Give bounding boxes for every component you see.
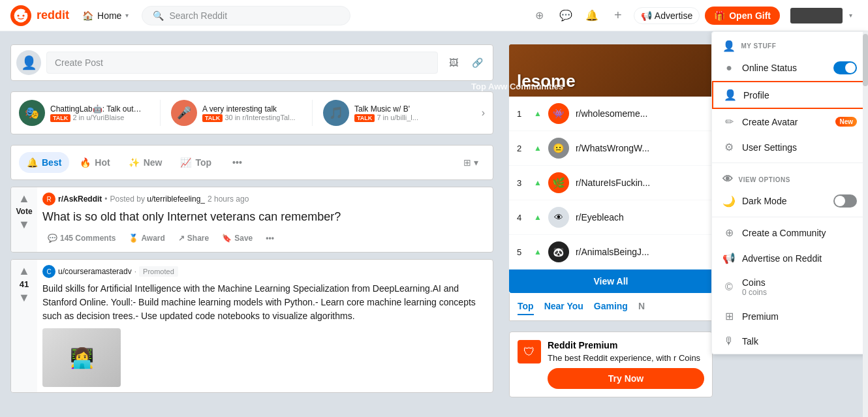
- community-tab-top[interactable]: Top: [518, 298, 534, 315]
- post-2: ▲ 41 ▼ C u/courseramasteradv · Promoted …: [10, 259, 493, 393]
- online-status-label: Online Status: [742, 63, 797, 73]
- sort-tab-best[interactable]: 🔔 Best: [19, 152, 69, 173]
- chat-icon-btn[interactable]: ⊕: [529, 5, 550, 26]
- create-post-input[interactable]: Create Post: [46, 52, 438, 74]
- downvote-button-2[interactable]: ▼: [18, 292, 30, 303]
- user-menu-button[interactable]: ▾: [785, 5, 858, 26]
- talk-avatar-1: 🎭: [19, 100, 45, 126]
- aww-rank-2: 2: [517, 144, 527, 153]
- award-icon-1: 🏅: [129, 234, 138, 243]
- vote-column-2: ▲ 41 ▼: [11, 260, 37, 392]
- aww-item-4[interactable]: 4 ▲ 👁 r/Eyebleach: [509, 200, 713, 235]
- sort-more-button[interactable]: •••: [225, 152, 250, 173]
- create-avatar-new-badge: New: [835, 117, 857, 127]
- talk-strip: 🎭 ChattingLab🤖: Talk out yo TALK 2 in u/…: [10, 91, 493, 134]
- aww-item-5[interactable]: 5 ▲ 🐼 r/AnimalsBeingJ...: [509, 235, 713, 270]
- premium-shield-icon: 🛡: [518, 340, 541, 363]
- post-user-2[interactable]: u/courseramasteradv: [58, 267, 132, 276]
- advertise-icon: 📢: [641, 10, 652, 21]
- view-all-button[interactable]: View All: [509, 270, 713, 293]
- upvote-button-2[interactable]: ▲: [18, 265, 30, 277]
- talk-badge-1: TALK: [50, 114, 70, 122]
- view-toggle-button[interactable]: ⊞ ▾: [457, 153, 485, 172]
- message-icon-btn[interactable]: 💬: [555, 5, 576, 26]
- my-stuff-icon: 👤: [722, 40, 736, 52]
- post-sub-icon-1: R: [42, 193, 55, 206]
- sort-tab-new[interactable]: ✨ New: [121, 152, 170, 173]
- link-upload-button[interactable]: 🔗: [467, 52, 488, 73]
- talk-info-3: Talk Music w/ B' TALK 7 in u/billi_l...: [354, 104, 418, 121]
- more-button-1[interactable]: •••: [260, 230, 279, 247]
- create-avatar-item[interactable]: ✏ Create Avatar New: [712, 109, 867, 134]
- post-1: ▲ Vote ▼ R r/AskReddit • Posted by u/ter…: [10, 187, 493, 253]
- sort-tab-top[interactable]: 📈 Top: [172, 152, 219, 173]
- post-time-1: 2 hours ago: [208, 194, 249, 204]
- community-tab-more[interactable]: N: [638, 298, 645, 315]
- profile-item[interactable]: 👤 Profile: [712, 81, 867, 109]
- talk-item-3[interactable]: 🎵 Talk Music w/ B' TALK 7 in u/billi_l..…: [323, 100, 454, 126]
- view-options-label: View Options: [739, 176, 790, 183]
- advertise-reddit-item[interactable]: 📢 Advertise on Reddit: [712, 245, 867, 271]
- search-bar[interactable]: 🔍 Search Reddit: [142, 6, 350, 25]
- hot-icon: 🔥: [80, 157, 91, 168]
- home-nav[interactable]: 🏠 Home ▾: [77, 8, 134, 23]
- advertise-button[interactable]: 📢 Advertise: [634, 7, 700, 24]
- open-gift-button[interactable]: 🎁 Open Gift: [705, 7, 780, 25]
- view-chevron-icon: ▾: [474, 157, 478, 168]
- community-tab-near-you[interactable]: Near You: [544, 298, 583, 315]
- talk-chevron-icon[interactable]: ›: [482, 107, 485, 119]
- online-status-item[interactable]: ● Online Status: [712, 55, 867, 81]
- post-subreddit-1[interactable]: r/AskReddit: [58, 194, 102, 204]
- aww-item-1[interactable]: 1 ▲ 👾 r/wholesomeme...: [509, 97, 713, 131]
- talk-item[interactable]: 🎙 Talk: [712, 329, 867, 354]
- downvote-button-1[interactable]: ▼: [18, 219, 30, 230]
- premium-item[interactable]: ⊞ Premium: [712, 303, 867, 329]
- try-now-button[interactable]: Try Now: [548, 368, 704, 389]
- aww-list: 1 ▲ 👾 r/wholesomeme... 2 ▲ 😐 r/WhatsWron…: [509, 97, 713, 293]
- image-upload-button[interactable]: 🖼: [443, 52, 464, 73]
- aww-name-2: r/WhatsWrongW...: [576, 143, 649, 153]
- svg-point-2: [17, 14, 19, 16]
- dropdown-scrollbar[interactable]: [863, 31, 868, 417]
- upvote-button-1[interactable]: ▲: [18, 193, 30, 204]
- save-button-1[interactable]: 🔖 Save: [217, 230, 258, 247]
- hot-label: Hot: [95, 157, 110, 168]
- plus-icon-btn[interactable]: +: [608, 5, 628, 26]
- search-icon: 🔍: [153, 10, 164, 21]
- create-avatar-icon: ✏: [722, 116, 736, 128]
- aww-item-2[interactable]: 2 ▲ 😐 r/WhatsWrongW...: [509, 131, 713, 166]
- notification-icon-btn[interactable]: 🔔: [581, 5, 602, 26]
- post-promo-text-2: Build skills for Artificial Intelligence…: [42, 282, 488, 323]
- create-community-item[interactable]: ⊕ Create a Community: [712, 220, 867, 245]
- aww-item-3[interactable]: 3 ▲ 🌿 r/NatureIsFuckin...: [509, 166, 713, 200]
- create-post-placeholder: Create Post: [55, 57, 103, 68]
- dark-mode-item[interactable]: 🌙 Dark Mode: [712, 188, 867, 214]
- post-title-1[interactable]: What is so old that only Internet vetera…: [42, 209, 488, 224]
- dark-mode-toggle[interactable]: [833, 194, 857, 208]
- talk-title-1: ChattingLab🤖: Talk out yo: [50, 104, 142, 114]
- dark-mode-left: 🌙 Dark Mode: [722, 195, 786, 208]
- aww-rank-3: 3: [517, 178, 527, 188]
- save-icon-1: 🔖: [222, 234, 232, 243]
- share-button-1[interactable]: ↗ Share: [173, 230, 214, 247]
- feed-column: 👤 Create Post 🖼 🔗 🎭 ChattingLab🤖: Talk o…: [10, 44, 493, 399]
- coins-item[interactable]: © Coins 0 coins: [712, 271, 867, 303]
- post-user-1[interactable]: u/terriblefeeling_: [147, 194, 205, 204]
- user-settings-item[interactable]: ⚙ User Settings: [712, 134, 867, 160]
- talk-item-1[interactable]: 🎭 ChattingLab🤖: Talk out yo TALK 2 in u/…: [19, 100, 149, 126]
- post-byline-1: Posted by u/terriblefeeling_: [110, 194, 205, 204]
- logo[interactable]: reddit: [10, 5, 69, 26]
- online-status-toggle[interactable]: [833, 61, 857, 74]
- award-button-1[interactable]: 🏅 Award: [123, 230, 170, 247]
- talk-item-2[interactable]: 🎤 A very interesting talk TALK 30 in r/I…: [171, 100, 302, 126]
- premium-content: Reddit Premium The best Reddit experienc…: [548, 340, 704, 389]
- aww-name-1: r/wholesomeme...: [576, 108, 647, 119]
- comments-button-1[interactable]: 💬 145 Comments: [42, 230, 121, 247]
- community-tab-gaming[interactable]: Gaming: [594, 298, 628, 315]
- gift-icon: 🎁: [714, 10, 725, 21]
- post-separator-1: •: [104, 194, 107, 204]
- community-tabs: Top Near You Gaming N: [509, 293, 713, 321]
- talk-label: Talk: [742, 336, 758, 347]
- open-gift-label: Open Gift: [729, 10, 771, 21]
- sort-tab-hot[interactable]: 🔥 Hot: [72, 152, 117, 173]
